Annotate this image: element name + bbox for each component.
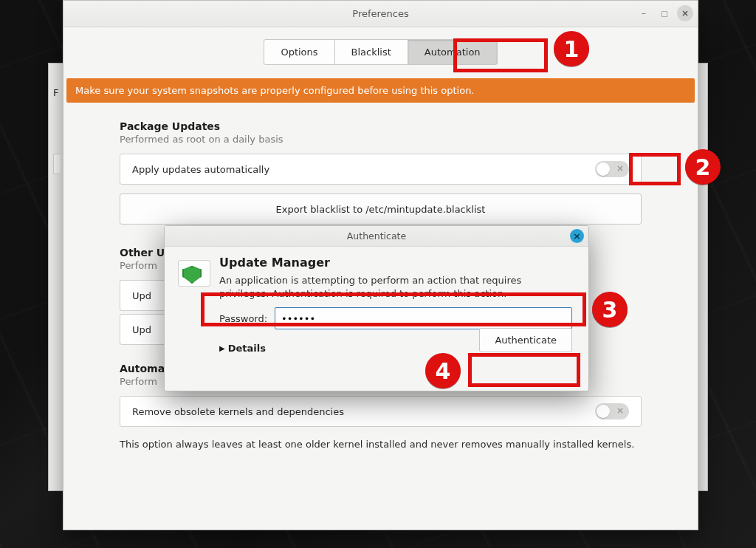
callout-number-3: 3 — [592, 292, 628, 327]
bg-label: F — [53, 87, 58, 98]
row-label: Upd — [132, 324, 151, 335]
auth-title: Authenticate — [347, 230, 406, 242]
tab-automation[interactable]: Automation — [408, 39, 498, 65]
tab-blacklist[interactable]: Blacklist — [334, 39, 408, 65]
row-remove-obsolete: Remove obsolete kernels and dependencies… — [120, 396, 642, 427]
toggle-off-icon: × — [616, 405, 624, 416]
chevron-right-icon: ▶ — [219, 344, 225, 352]
section-title: Package Updates — [120, 120, 642, 132]
password-label: Password: — [219, 313, 267, 324]
authenticate-button[interactable]: Authenticate — [479, 328, 572, 352]
callout-number-2: 2 — [685, 149, 721, 185]
password-input[interactable] — [275, 307, 572, 329]
tab-bar: Options Blacklist Automation — [63, 27, 698, 78]
authenticate-dialog: Authenticate × Update Manager An applica… — [164, 225, 589, 391]
auth-titlebar: Authenticate × — [165, 226, 588, 247]
details-label: Details — [228, 343, 266, 354]
toggle-knob — [597, 405, 610, 418]
maximize-button[interactable] — [656, 5, 673, 21]
auth-button-row: Cancel Authenticate — [408, 328, 572, 352]
auth-heading: Update Manager — [219, 256, 572, 270]
callout-number-4: 4 — [425, 353, 461, 388]
row-label: Upd — [132, 290, 151, 301]
row-label: Remove obsolete kernels and dependencies — [132, 406, 344, 417]
bg-tab-fragment — [53, 154, 61, 174]
callout-number-1: 1 — [554, 31, 589, 66]
button-label: Export blacklist to /etc/mintupdate.blac… — [276, 204, 486, 215]
tab-options[interactable]: Options — [264, 39, 334, 65]
warning-banner: Make sure your system snapshots are prop… — [66, 78, 695, 103]
close-button[interactable] — [677, 5, 693, 21]
shield-icon — [178, 260, 210, 287]
toggle-remove-obsolete[interactable]: × — [595, 403, 629, 419]
toggle-knob — [597, 162, 610, 176]
footnote: This option always leaves at least one o… — [120, 439, 642, 450]
row-apply-updates: Apply updates automatically × — [120, 154, 642, 185]
window-controls — [636, 5, 693, 21]
section-package-updates: Package Updates Performed as root on a d… — [120, 120, 642, 225]
toggle-off-icon: × — [616, 163, 624, 174]
titlebar: Preferences — [63, 1, 698, 27]
section-subtitle: Performed as root on a daily basis — [120, 134, 642, 145]
toggle-apply-updates[interactable]: × — [595, 161, 629, 177]
export-blacklist-button[interactable]: Export blacklist to /etc/mintupdate.blac… — [120, 193, 642, 225]
window-title: Preferences — [63, 8, 698, 19]
minimize-button[interactable] — [636, 5, 652, 21]
password-row: Password: — [219, 307, 572, 329]
row-label: Apply updates automatically — [132, 164, 269, 175]
auth-close-button[interactable]: × — [570, 229, 584, 243]
auth-message: An application is attempting to perform … — [219, 274, 566, 300]
